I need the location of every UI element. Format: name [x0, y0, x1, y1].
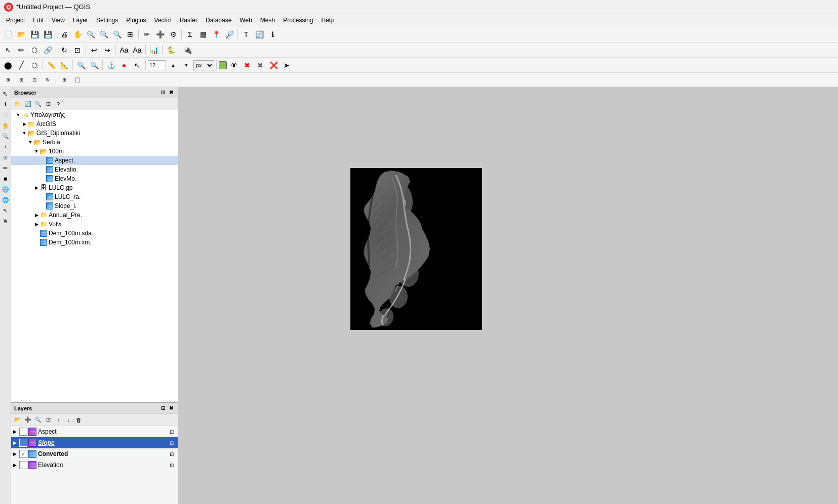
python-button[interactable]: 🐍 [165, 44, 177, 56]
cross2-button[interactable]: ❌ [267, 59, 280, 71]
zoom-in-tool[interactable]: + [1, 142, 10, 151]
menu-settings[interactable]: Settings [92, 16, 122, 25]
eye-button[interactable]: 👁 [228, 59, 240, 71]
tree-item-aspect[interactable]: Aspect. [11, 156, 178, 165]
unit-select[interactable]: px pt mm [193, 60, 214, 70]
refresh-button[interactable]: 🔄 [253, 28, 265, 40]
menu-vector[interactable]: Vector [150, 16, 176, 25]
tree-item-100m[interactable]: ▼ 📂 100m [11, 147, 178, 156]
layer-row-elevation[interactable]: ▶ Elevation ⊡ [11, 459, 178, 471]
stats-button[interactable]: ▤ [197, 28, 209, 40]
layer-check-converted[interactable] [19, 450, 27, 458]
layer-row-converted[interactable]: ▶ Converted ⊡ [11, 448, 178, 459]
menu-project[interactable]: Project [2, 16, 29, 25]
label2-button[interactable]: Aa [131, 44, 143, 56]
layers-add-btn[interactable]: ➕ [23, 415, 32, 425]
menu-edit[interactable]: Edit [29, 16, 48, 25]
coord-button[interactable]: ⊕ [2, 74, 14, 86]
cursor-button[interactable]: ↖ [131, 59, 143, 71]
menu-web[interactable]: Web [235, 16, 256, 25]
magnifier-button[interactable]: 🔍 [75, 59, 87, 71]
tree-item-dem-xm[interactable]: Dem_100m.xm. [11, 238, 178, 247]
identify-tool[interactable]: ⚪ [1, 110, 10, 119]
tree-item-slope-l[interactable]: Slope_l. [11, 201, 178, 211]
layout-button[interactable]: ⊞ [58, 74, 70, 86]
select2-tool[interactable]: ↖ [1, 206, 10, 215]
layer-vis-slope[interactable]: ⊡ [168, 439, 176, 447]
rotate-map-button[interactable]: ↻ [42, 74, 54, 86]
measure2-button[interactable]: 📐 [58, 59, 70, 71]
browser-close-icon[interactable]: ✖ [168, 89, 175, 96]
layer-check-slope[interactable] [19, 439, 27, 447]
layers-movedown-btn[interactable]: ↓ [64, 415, 73, 425]
tree-item-annual-pre[interactable]: ▶ 📁 Annual_Pre. [11, 211, 178, 220]
zoom-in-button[interactable]: 🔍 [98, 28, 110, 40]
cross-button[interactable]: ✖ [254, 59, 266, 71]
layers-open-btn[interactable]: 📂 [13, 415, 22, 425]
print-button[interactable]: 🖨 [58, 28, 70, 40]
scale-button2[interactable]: ⊡ [28, 74, 41, 86]
edit-tool[interactable]: ✏ [1, 163, 10, 173]
layer-row-aspect[interactable]: ▶ Aspect ⊡ [11, 426, 178, 437]
browser-float-icon[interactable]: ⊡ [159, 89, 167, 96]
layers-remove-btn[interactable]: 🗑 [74, 415, 83, 425]
save-as-button[interactable]: 💾 [42, 28, 54, 40]
layers-float-icon[interactable]: ⊡ [159, 405, 167, 412]
draw-line-button[interactable]: ╱ [15, 59, 27, 71]
tree-item-computer[interactable]: ▼ 🖥 Υπολογιστής [11, 110, 178, 119]
zoom-button2[interactable]: 🔍 [88, 59, 100, 71]
select-feature-tool[interactable]: ↖ [1, 89, 10, 98]
add-layer-button[interactable]: ➕ [154, 28, 166, 40]
tree-item-gis-dip[interactable]: ▼ 📂 GIS_Diplomatiki [11, 129, 178, 138]
pan-tool2[interactable]: ✋ [1, 121, 10, 130]
scale-button[interactable]: ⊡ [71, 44, 84, 56]
cancel-button2[interactable]: ✖ [241, 59, 253, 71]
layer-vis-elevation[interactable]: ⊡ [168, 461, 176, 469]
font-size-input[interactable] [148, 60, 166, 70]
menu-processing[interactable]: Processing [279, 16, 317, 25]
label-button[interactable]: Aa [118, 44, 130, 56]
menu-layer[interactable]: Layer [69, 16, 92, 25]
menu-mesh[interactable]: Mesh [256, 16, 279, 25]
layer-check-elevation[interactable] [19, 461, 27, 469]
spatial-query-button[interactable]: ⚙ [167, 28, 179, 40]
browser-refresh[interactable]: 🔄 [23, 100, 32, 109]
tree-item-serbia[interactable]: ▼ 📂 Serbia [11, 138, 178, 147]
color-button[interactable] [219, 61, 227, 69]
tree-item-elevation[interactable]: Elevatio. [11, 165, 178, 174]
menu-raster[interactable]: Raster [176, 16, 202, 25]
layers-close-icon[interactable]: ✖ [168, 405, 175, 412]
font-size-down[interactable]: ▼ [180, 59, 192, 71]
layer-check-aspect[interactable] [19, 428, 27, 436]
save-project-button[interactable]: 💾 [28, 28, 41, 40]
sigma-button[interactable]: Σ [184, 28, 196, 40]
map-area[interactable] [178, 87, 838, 504]
tree-item-dem-sda[interactable]: Dem_100m.sda. [11, 229, 178, 238]
open-project-button[interactable]: 📂 [15, 28, 27, 40]
new-project-button[interactable]: 📄 [2, 28, 14, 40]
tree-item-lulc-gp[interactable]: ▶ 🗄 LULC.gp [11, 183, 178, 192]
feature-tool[interactable]: ◼ [1, 174, 10, 183]
font-size-up[interactable]: ▲ [167, 59, 179, 71]
tree-item-elevmo[interactable]: ElevMo. [11, 174, 178, 183]
identify-button[interactable]: 🔍 [85, 28, 97, 40]
undo-button[interactable]: ↩ [88, 44, 100, 56]
layer-row-slope[interactable]: ▶ Slope ⊡ [11, 437, 178, 448]
tree-item-arcgis[interactable]: ▶ 📁 ArcGIS [11, 119, 178, 129]
anchor-button[interactable]: ⚓ [105, 59, 117, 71]
tree-item-volvi[interactable]: ▶ 📁 Volvi [11, 220, 178, 229]
globe2-tool[interactable]: 🌐 [1, 195, 10, 204]
layers-moveup-btn[interactable]: ↑ [54, 415, 63, 425]
layers-sort-btn[interactable]: ⊡ [44, 415, 53, 425]
layers-tool[interactable]: ⊞ [1, 153, 10, 162]
measure-button[interactable]: 📏 [45, 59, 57, 71]
redo-button[interactable]: ↪ [101, 44, 113, 56]
redmark-button[interactable]: ● [118, 59, 130, 71]
menu-help[interactable]: Help [317, 16, 338, 25]
pan-tool-button[interactable]: ✋ [71, 28, 84, 40]
info-tool[interactable]: ℹ [1, 100, 10, 109]
digitize-button[interactable]: ✏ [141, 28, 153, 40]
diagram-button[interactable]: 📊 [148, 44, 160, 56]
location-button[interactable]: 📍 [210, 28, 222, 40]
menu-plugins[interactable]: Plugins [122, 16, 150, 25]
